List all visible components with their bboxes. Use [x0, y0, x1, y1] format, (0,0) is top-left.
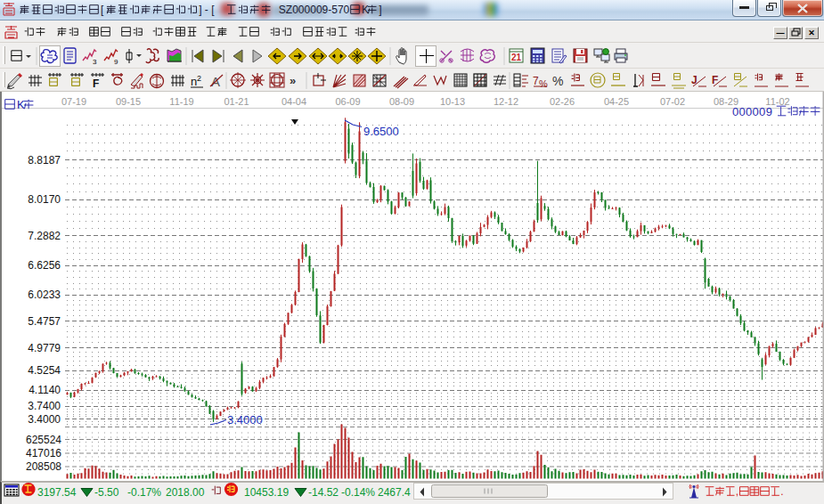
svg-text:.: . [780, 485, 783, 498]
svg-text:»: » [290, 74, 296, 87]
svg-text:-0.17%: -0.17% [127, 486, 161, 499]
svg-text:2018.00: 2018.00 [166, 486, 205, 499]
svg-text:F: F [93, 77, 99, 90]
svg-text:2: 2 [197, 74, 201, 83]
svg-text:%: % [539, 78, 548, 89]
svg-text:9: 9 [114, 58, 118, 66]
svg-text:7: 7 [533, 75, 539, 87]
svg-text:3: 3 [93, 58, 97, 66]
svg-text:2467.4: 2467.4 [378, 486, 411, 499]
svg-text:,: , [736, 485, 738, 498]
svg-text:3197.54: 3197.54 [37, 486, 77, 499]
svg-text:-0.14%: -0.14% [341, 486, 375, 499]
svg-text:21: 21 [511, 53, 522, 62]
svg-text:10453.19: 10453.19 [244, 486, 289, 499]
svg-text:-5.50: -5.50 [94, 486, 119, 499]
svg-text:F: F [712, 74, 718, 86]
svg-text:J: J [691, 74, 698, 86]
svg-text:%: % [552, 74, 563, 88]
svg-text:-14.52: -14.52 [308, 486, 339, 499]
